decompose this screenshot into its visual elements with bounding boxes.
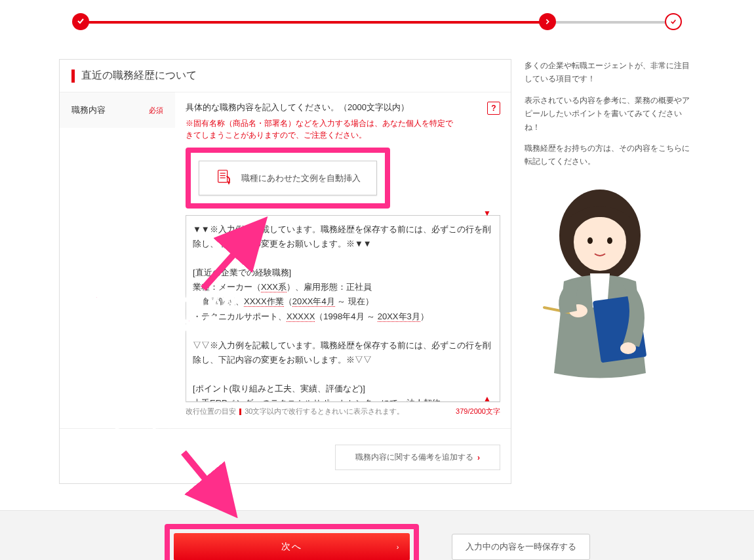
chevron-right-icon bbox=[544, 17, 551, 27]
sidebar: 多くの企業や転職エージェントが、非常に注目している項目です！ 表示されている内容… bbox=[525, 59, 695, 484]
section-heading: 直近の職務経歴について bbox=[60, 60, 511, 92]
svg-marker-4 bbox=[228, 182, 231, 185]
document-arrow-icon bbox=[215, 168, 233, 188]
highlight-next: 次へ › bbox=[165, 524, 419, 560]
progress-step-1 bbox=[72, 13, 89, 30]
svg-point-7 bbox=[587, 237, 593, 244]
svg-rect-0 bbox=[218, 170, 228, 183]
add-note-label: 職務内容に関する備考を追加する bbox=[355, 452, 473, 463]
sidebar-tip-3: 職務経歴をお持ちの方は、その内容をこちらに転記してください。 bbox=[525, 142, 695, 169]
required-badge: 必須 bbox=[149, 106, 163, 115]
svg-line-15 bbox=[184, 452, 229, 508]
highlight-auto-insert: 職種にあわせた文例を自動挿入 bbox=[186, 148, 390, 209]
svg-point-11 bbox=[620, 342, 636, 354]
annotation-arrow-1 bbox=[197, 216, 275, 295]
chevron-right-icon: › bbox=[477, 453, 480, 462]
marker-icon bbox=[239, 409, 241, 415]
svg-line-13 bbox=[203, 226, 259, 289]
form-panel: 直近の職務経歴について 職務内容 必須 具体的な職務内容を記入してください。（2… bbox=[59, 59, 511, 484]
field-warning: ※固有名称（商品名・部署名）などを入力する場合は、あなた個人を特定で きてしまう… bbox=[186, 117, 453, 141]
save-draft-button[interactable]: 入力中の内容を一時保存する bbox=[452, 534, 590, 560]
check-icon bbox=[670, 17, 677, 27]
heading-accent bbox=[71, 70, 75, 83]
auto-insert-label: 職種にあわせた文例を自動挿入 bbox=[241, 172, 361, 184]
progress-step-2 bbox=[539, 13, 556, 30]
next-label: 次へ bbox=[281, 541, 302, 553]
progress-fill bbox=[80, 21, 555, 24]
field-label-cell: 職務内容 必須 bbox=[60, 92, 175, 128]
chevron-right-icon: › bbox=[397, 543, 401, 551]
field-instruction: 具体的な職務内容を記入してください。（2000文字以内） bbox=[186, 102, 453, 113]
annotation-callout-2: 次に進む bbox=[108, 426, 183, 450]
character-counter: 379/2000文字 bbox=[456, 407, 500, 416]
check-icon bbox=[77, 17, 85, 27]
annotation-callout-1: これを押すと例文が 自動で入力される bbox=[72, 289, 241, 336]
svg-point-8 bbox=[607, 237, 612, 244]
annotation-arrow-2 bbox=[177, 446, 243, 518]
progress-step-3 bbox=[665, 13, 682, 30]
auto-insert-button[interactable]: 職種にあわせた文例を自動挿入 bbox=[199, 161, 377, 195]
next-button[interactable]: 次へ › bbox=[174, 533, 410, 560]
marker-icon: ▼ bbox=[483, 209, 491, 218]
textarea-footer: 改行位置の目安 30文字以内で改行するときれいに表示されます。 379/2000… bbox=[186, 402, 500, 419]
add-note-button[interactable]: 職務内容に関する備考を追加する › bbox=[335, 445, 500, 470]
assistant-illustration bbox=[525, 176, 695, 390]
progress-bar bbox=[72, 13, 682, 39]
section-title: 直近の職務経歴について bbox=[81, 69, 197, 83]
sidebar-tip-2: 表示されている内容を参考に、業務の概要やアピールしたいポイントを書いてみてくださ… bbox=[525, 94, 695, 134]
field-label: 職務内容 bbox=[71, 104, 106, 116]
sidebar-tip-1: 多くの企業や転職エージェントが、非常に注目している項目です！ bbox=[525, 59, 695, 86]
help-button[interactable]: ? bbox=[487, 102, 500, 115]
marker-icon: ▲ bbox=[483, 394, 491, 403]
